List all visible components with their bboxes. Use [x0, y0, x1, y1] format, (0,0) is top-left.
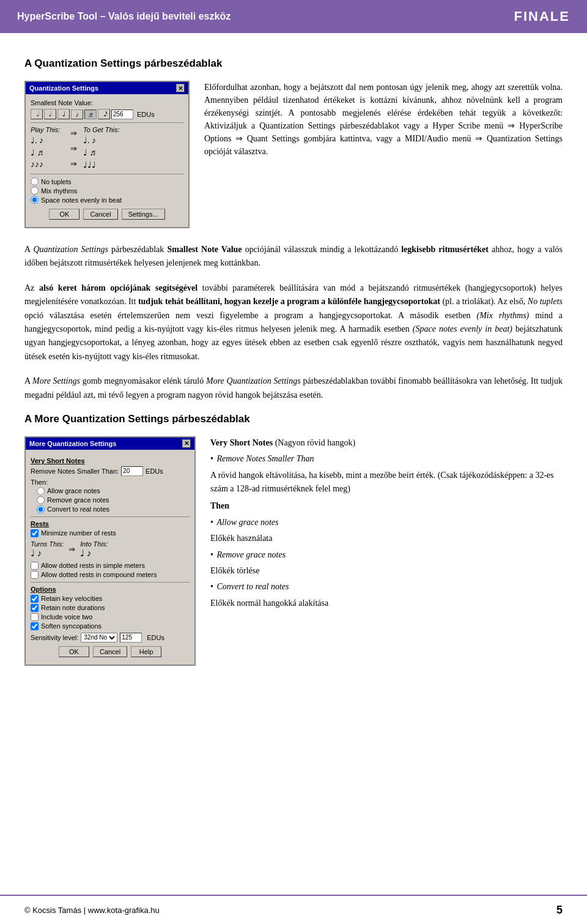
dialog-close-button[interactable]: ✕	[176, 84, 185, 92]
radio-allow-grace-label: Allow grace notes	[47, 487, 100, 494]
note-btn-eighth[interactable]: ♪	[71, 110, 83, 119]
more-dialog-buttons-row: OK Cancel Help	[31, 643, 190, 662]
arrow3: ⇒	[70, 159, 77, 168]
dialog-ok-button[interactable]: OK	[49, 209, 79, 220]
remove-notes-input[interactable]	[121, 466, 143, 476]
dialog-cancel-button[interactable]: Cancel	[83, 209, 117, 220]
radio-space-notes-input[interactable]	[31, 196, 39, 204]
retain-durations-checkbox[interactable]	[31, 604, 39, 612]
paragraph2: Az alsó keret három opciójának segítségé…	[24, 281, 563, 363]
very-short-notes-section-title: Very Short Notes	[31, 457, 190, 464]
radio-mix-rhythms-label: Mix rhythms	[41, 187, 77, 195]
note-btn-quarter[interactable]: ♩	[57, 109, 70, 119]
then-bold: Then	[210, 501, 229, 510]
paragraph3: A More Settings gomb megnyomásakor elénk…	[24, 374, 563, 402]
note-btn-half[interactable]: 𝅗𝅥.	[44, 109, 56, 119]
remove-notes-label: Remove Notes Smaller Than:	[31, 468, 119, 475]
remove-grace-item: • Remove grace notes	[210, 548, 563, 562]
minimize-rests-row: Minimize number of rests	[31, 529, 190, 537]
then-heading: Then	[210, 499, 563, 513]
allow-dotted-simple-checkbox[interactable]	[31, 562, 39, 570]
bullet3: •	[210, 550, 213, 559]
retain-durations-label: Retain note durations	[41, 604, 105, 611]
page-footer: © Kocsis Tamás | www.kota-grafika.hu 5	[0, 895, 587, 924]
edus-input[interactable]	[111, 110, 133, 119]
section1-dialog-row: Quantization Settings ✕ Smallest Note Va…	[24, 81, 563, 228]
remove-edus-label: EDUs	[146, 468, 163, 475]
more-dialog-help-button[interactable]: Help	[131, 646, 161, 657]
radio-mix-rhythms-input[interactable]	[31, 187, 39, 195]
allow-dotted-compound-checkbox[interactable]	[31, 571, 39, 579]
play-note2: ♩ ♬	[31, 147, 64, 158]
turns-notes: ♩ ♪	[31, 548, 64, 559]
bullet2: •	[210, 518, 213, 527]
get-col: To Get This: ♩. ♪ ♩ ♬ ♩♩♩	[83, 126, 120, 170]
page-content: A Quantization Settings párbeszédablak Q…	[0, 33, 587, 717]
bullet4: •	[210, 582, 213, 591]
more-quantization-dialog: More Quantization Settings ✕ Very Short …	[24, 436, 196, 666]
more-qs-title-para: Very Short Notes (Nagyon rövid hangok)	[210, 436, 563, 450]
more-dialog-close-button[interactable]: ✕	[182, 439, 191, 448]
include-voice-two-label: Include voice two	[41, 613, 92, 620]
paragraph2-text: Az alsó keret három opciójának segítségé…	[24, 283, 563, 361]
radio-no-tuplets-input[interactable]	[31, 177, 39, 185]
remove-item: • Remove Notes Smaller Than	[210, 452, 563, 466]
sensitivity-edus-label: EDUs	[147, 634, 164, 641]
remove-grace-label-text: Előkék törlése	[210, 566, 259, 575]
note-btn-32nd[interactable]: 𝅘𝅥𝅯	[98, 109, 110, 119]
into-label: Into This:	[80, 540, 108, 548]
turns-arrow: ⇒	[68, 545, 75, 554]
header-title: HyperScribe Tool – Valós idejű beviteli …	[17, 11, 231, 22]
arrow1: ⇒	[70, 129, 77, 138]
include-voice-two-checkbox[interactable]	[31, 613, 39, 621]
allow-grace-label: Előkék használata	[210, 532, 563, 545]
header-logo: FINALE	[514, 9, 570, 24]
radio-remove-grace: Remove grace notes	[37, 496, 190, 504]
allow-dotted-simple-label: Allow dotted rests in simple meters	[41, 562, 145, 569]
very-short-notes-hungarian: (Nagyon rövid hangok)	[275, 438, 355, 447]
convert-real-item: • Convert to real notes	[210, 580, 563, 594]
get-note3: ♩♩♩	[83, 160, 120, 170]
allow-dotted-compound-label: Allow dotted rests in compound meters	[41, 571, 157, 578]
more-dialog-ok-button[interactable]: OK	[59, 646, 89, 657]
radio-convert-real-input[interactable]	[37, 505, 45, 513]
play-note3: ♪♪♪	[31, 160, 64, 170]
dialog-settings-button[interactable]: Settings...	[122, 209, 165, 220]
remove-grace-italic: Remove grace notes	[216, 550, 286, 559]
convert-real-italic: Convert to real notes	[216, 582, 289, 591]
sensitivity-num-input[interactable]	[120, 633, 142, 643]
note-btn-whole[interactable]: 𝅗𝅥	[31, 109, 43, 119]
note-btn-16th[interactable]: ♬	[84, 110, 97, 119]
radio-convert-real: Convert to real notes	[37, 505, 190, 513]
section1-heading: A Quantization Settings párbeszédablak	[24, 58, 563, 70]
radio-mix-rhythms: Mix rhythms	[31, 187, 183, 195]
radio-allow-grace-input[interactable]	[37, 487, 45, 495]
allow-grace-item: • Allow grace notes	[210, 516, 563, 529]
turns-label: Turns This:	[31, 540, 64, 548]
more-dialog-cancel-button[interactable]: Cancel	[93, 646, 127, 657]
minimize-rests-checkbox[interactable]	[31, 529, 39, 537]
smallest-note-row: Smallest Note Value:	[31, 99, 183, 106]
footer-copyright: © Kocsis Tamás | www.kota-grafika.hu	[24, 906, 160, 915]
get-note2: ♩ ♬	[83, 147, 120, 158]
then-label: Then:	[31, 479, 190, 486]
play-col: Play This: ♩. ♪ ♩ ♬ ♪♪♪	[31, 126, 64, 170]
bullet1: •	[210, 454, 213, 463]
section2-dialog-row: More Quantization Settings ✕ Very Short …	[24, 436, 563, 666]
options-section-title: Options	[31, 586, 190, 593]
soften-syncopations-row: Soften syncopations	[31, 622, 190, 630]
radio-no-tuplets-label: No tuplets	[41, 178, 72, 185]
retain-velocities-checkbox[interactable]	[31, 595, 39, 603]
arrow2: ⇒	[70, 144, 77, 153]
retain-velocities-label: Retain key velocities	[41, 595, 102, 602]
sensitivity-select[interactable]: 32nd Note	[81, 633, 117, 643]
soften-syncopations-checkbox[interactable]	[31, 622, 39, 630]
paragraph3-text: A More Settings gomb megnyomásakor elénk…	[24, 376, 563, 399]
into-notes: ♩ ♪	[80, 548, 108, 559]
radio-remove-grace-label: Remove grace notes	[47, 496, 109, 504]
dialog-title: Quantization Settings	[29, 84, 98, 92]
very-short-notes-bold: Very Short Notes	[210, 438, 273, 447]
radio-remove-grace-input[interactable]	[37, 496, 45, 504]
sensitivity-label: Sensitivity level:	[31, 634, 78, 641]
more-qs-text-area: Very Short Notes (Nagyon rövid hangok) •…	[210, 436, 563, 613]
